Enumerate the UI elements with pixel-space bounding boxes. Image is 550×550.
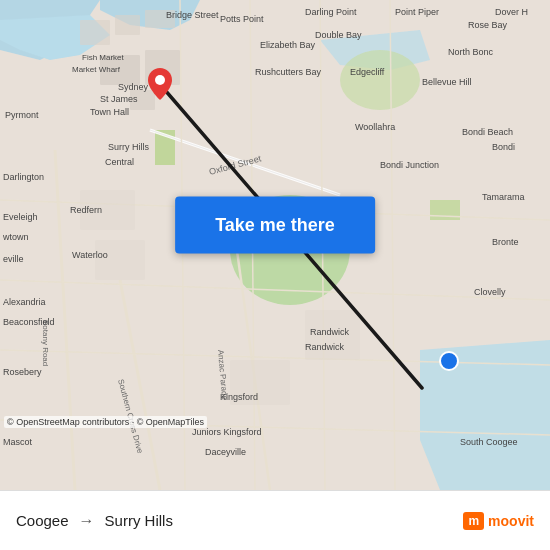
moovit-letter: m: [463, 512, 484, 530]
svg-text:Beaconsfield: Beaconsfield: [3, 317, 55, 327]
svg-text:Bondi Beach: Bondi Beach: [462, 127, 513, 137]
direction-arrow: →: [79, 512, 95, 530]
svg-text:Darlington: Darlington: [3, 172, 44, 182]
svg-rect-19: [80, 20, 110, 45]
svg-text:Clovelly: Clovelly: [474, 287, 506, 297]
svg-text:Bronte: Bronte: [492, 237, 519, 247]
osm-credit: © OpenStreetMap contributors · © OpenMap…: [4, 416, 207, 428]
take-me-there-button[interactable]: Take me there: [175, 197, 375, 254]
svg-text:Alexandria: Alexandria: [3, 297, 46, 307]
svg-point-77: [155, 75, 165, 85]
svg-text:Edgecliff: Edgecliff: [350, 67, 385, 77]
svg-text:Dover H: Dover H: [495, 7, 528, 17]
svg-text:Rosebery: Rosebery: [3, 367, 42, 377]
svg-text:Rose Bay: Rose Bay: [468, 20, 508, 30]
destination-pin: [148, 68, 172, 104]
svg-text:Randwick: Randwick: [310, 327, 350, 337]
svg-text:Fish Market: Fish Market: [82, 53, 125, 62]
svg-text:North Bonc: North Bonc: [448, 47, 494, 57]
svg-text:Daceyville: Daceyville: [205, 447, 246, 457]
svg-text:Juniors Kingsford: Juniors Kingsford: [192, 427, 262, 437]
svg-text:Central: Central: [105, 157, 134, 167]
svg-text:Town Hall: Town Hall: [90, 107, 129, 117]
svg-text:Randwick: Randwick: [305, 342, 345, 352]
svg-text:Bellevue Hill: Bellevue Hill: [422, 77, 472, 87]
footer-bar: Coogee → Surry Hills m moovit: [0, 490, 550, 550]
svg-text:South Coogee: South Coogee: [460, 437, 518, 447]
destination-label: Surry Hills: [105, 512, 173, 529]
svg-point-78: [440, 352, 458, 370]
map-container: Oxford Street Botany Road Southern Cross…: [0, 0, 550, 490]
svg-text:Market Wharf: Market Wharf: [72, 65, 121, 74]
svg-text:Pyrmont: Pyrmont: [5, 110, 39, 120]
svg-text:Tamarama: Tamarama: [482, 192, 525, 202]
svg-text:Rushcutters Bay: Rushcutters Bay: [255, 67, 322, 77]
origin-pin: [439, 351, 459, 375]
svg-text:Eveleigh: Eveleigh: [3, 212, 38, 222]
origin-label: Coogee: [16, 512, 69, 529]
moovit-logo: m moovit: [463, 512, 534, 530]
svg-text:Potts Point: Potts Point: [220, 14, 264, 24]
svg-rect-20: [115, 15, 140, 35]
svg-text:Double Bay: Double Bay: [315, 30, 362, 40]
svg-text:St James: St James: [100, 94, 138, 104]
svg-text:Surry Hills: Surry Hills: [108, 142, 150, 152]
svg-text:Waterloo: Waterloo: [72, 250, 108, 260]
svg-text:Kingsford: Kingsford: [220, 392, 258, 402]
svg-text:Redfern: Redfern: [70, 205, 102, 215]
svg-text:Elizabeth Bay: Elizabeth Bay: [260, 40, 316, 50]
svg-text:Bondi Junction: Bondi Junction: [380, 160, 439, 170]
svg-text:Darling Point: Darling Point: [305, 7, 357, 17]
svg-text:Bondi: Bondi: [492, 142, 515, 152]
svg-point-4: [340, 50, 420, 110]
moovit-wordmark: moovit: [488, 513, 534, 529]
svg-text:Woollahra: Woollahra: [355, 122, 395, 132]
svg-text:Point Piper: Point Piper: [395, 7, 439, 17]
svg-text:Bridge Street: Bridge Street: [166, 10, 219, 20]
svg-text:Sydney: Sydney: [118, 82, 149, 92]
svg-text:wtown: wtown: [2, 232, 29, 242]
svg-text:Mascot: Mascot: [3, 437, 33, 447]
svg-text:eville: eville: [3, 254, 24, 264]
svg-rect-26: [95, 240, 145, 280]
